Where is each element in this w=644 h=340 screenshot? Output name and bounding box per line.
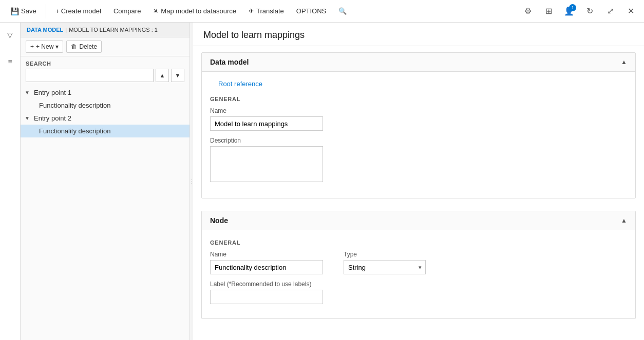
node-type-form-group: Type String Integer Real Boolean Date Da…	[344, 251, 426, 274]
tree-parent-ep2-label: Entry point 2	[34, 114, 71, 122]
side-icons: ▽ ≡	[0, 23, 21, 340]
compare-button[interactable]: Compare	[108, 4, 146, 18]
refresh-icon: ↻	[586, 6, 593, 16]
data-model-section-title: Data model	[210, 58, 249, 66]
node-section: Node ▲ GENERAL Name Label (*Recommended …	[201, 211, 636, 319]
delete-button[interactable]: 🗑 Delete	[66, 41, 102, 53]
node-section-body: GENERAL Name Label (*Recommended to use …	[202, 230, 635, 318]
node-label-form-group: Label (*Recommended to use labels)	[210, 281, 323, 304]
tree-parent-ep1-label: Entry point 1	[34, 89, 71, 96]
tree-toggle-ep1: ▼	[25, 90, 32, 95]
filter-icon: ▽	[7, 31, 13, 39]
node-section-header[interactable]: Node ▲	[202, 211, 635, 230]
breadcrumb-separator: |	[65, 27, 67, 33]
create-model-label: + Create model	[55, 7, 101, 15]
name-input[interactable]	[210, 116, 323, 131]
node-col-name: Name Label (*Recommended to use labels)	[210, 251, 323, 310]
main-container: ▽ ≡ DATA MODEL | MODEL TO LEARN MAPPINGS…	[0, 23, 644, 340]
menu-icon-btn[interactable]: ≡	[2, 53, 18, 70]
breadcrumb-current: MODEL TO LEARN MAPPINGS : 1	[69, 27, 158, 33]
plus-icon: +	[30, 43, 34, 50]
chevron-down-icon: ▾	[55, 43, 59, 50]
map-model-button[interactable]: ✈ Map model to datasource	[148, 4, 241, 18]
data-model-section-header[interactable]: Data model ▲	[202, 53, 635, 72]
toolbar-right: ⚙ ⊞ 👤 1 ↻ ⤢ ✕	[520, 3, 639, 19]
name-form-group: Name	[210, 107, 627, 131]
nav-up-button[interactable]: ▲	[156, 69, 169, 82]
panel-toolbar: + + New ▾ 🗑 Delete	[21, 37, 190, 56]
up-arrow-icon: ▲	[160, 72, 165, 78]
notification-badge: 1	[569, 4, 576, 11]
tree-child-ep2-fd-label: Functionality description	[39, 127, 110, 135]
node-col-type: Type String Integer Real Boolean Date Da…	[344, 251, 426, 310]
settings-button[interactable]: ⚙	[520, 3, 536, 19]
tree-group-ep1: ▼ Entry point 1 Functionality descriptio…	[21, 86, 190, 112]
close-icon: ✕	[628, 6, 634, 16]
description-form-label: Description	[210, 137, 627, 144]
translate-icon: ✈	[249, 7, 254, 15]
map-model-label: Map model to datasource	[161, 7, 236, 15]
delete-label: Delete	[79, 43, 97, 50]
external-icon: ⤢	[607, 6, 614, 16]
delete-icon: 🗑	[71, 43, 77, 50]
search-label: SEARCH	[26, 61, 184, 67]
nav-down-button[interactable]: ▼	[171, 69, 184, 82]
node-name-input[interactable]	[210, 260, 323, 274]
name-form-label: Name	[210, 107, 627, 114]
close-button[interactable]: ✕	[622, 3, 639, 19]
map-icon: ✈	[151, 6, 161, 15]
new-label: + New	[36, 43, 53, 50]
tree-parent-ep2[interactable]: ▼ Entry point 2	[21, 112, 190, 125]
office-icon: ⊞	[545, 6, 552, 16]
type-select[interactable]: String Integer Real Boolean Date DateTim…	[344, 260, 426, 274]
tree-parent-ep1[interactable]: ▼ Entry point 1	[21, 86, 190, 99]
node-form-row: Name Label (*Recommended to use labels) …	[210, 251, 627, 310]
external-button[interactable]: ⤢	[602, 3, 618, 19]
tree-child-ep1-fd[interactable]: Functionality description	[21, 99, 190, 112]
translate-label: Translate	[256, 7, 284, 15]
toolbar-divider-1	[46, 4, 46, 18]
node-type-form-label: Type	[344, 251, 426, 258]
office-button[interactable]: ⊞	[540, 3, 557, 19]
search-toolbar-button[interactable]: 🔍	[333, 4, 352, 18]
node-name-form-label: Name	[210, 251, 323, 258]
toolbar: 💾 Save + Create model Compare ✈ Map mode…	[0, 0, 644, 23]
root-reference-link[interactable]: Root reference	[210, 78, 627, 93]
tree-child-ep2-fd[interactable]: Functionality description	[21, 125, 190, 137]
data-model-section: Data model ▲ Root reference GENERAL Name…	[201, 52, 636, 198]
breadcrumb-link[interactable]: DATA MODEL	[27, 27, 63, 33]
notification-button[interactable]: 👤 1	[561, 3, 577, 19]
search-row: ▲ ▼	[26, 69, 184, 82]
translate-button[interactable]: ✈ Translate	[243, 4, 289, 18]
node-label-form-label: Label (*Recommended to use labels)	[210, 281, 323, 288]
data-model-collapse-icon: ▲	[621, 58, 627, 66]
filter-icon-btn[interactable]: ▽	[2, 27, 18, 43]
save-button[interactable]: 💾 Save	[5, 4, 42, 18]
left-panel: DATA MODEL | MODEL TO LEARN MAPPINGS : 1…	[21, 23, 190, 340]
data-model-general-label: GENERAL	[210, 96, 627, 102]
create-model-button[interactable]: + Create model	[50, 4, 106, 18]
breadcrumb: DATA MODEL | MODEL TO LEARN MAPPINGS : 1	[21, 23, 190, 37]
page-title: Model to learn mappings	[193, 23, 644, 46]
right-panel: Model to learn mappings Data model ▲ Roo…	[193, 23, 644, 340]
options-button[interactable]: OPTIONS	[291, 4, 332, 18]
options-label: OPTIONS	[296, 7, 327, 15]
description-form-group: Description	[210, 137, 627, 184]
search-input[interactable]	[26, 69, 154, 82]
menu-icon: ≡	[8, 57, 12, 66]
data-model-section-body: Root reference GENERAL Name Description	[202, 72, 635, 198]
node-name-form-group: Name	[210, 251, 323, 274]
tree-area: ▼ Entry point 1 Functionality descriptio…	[21, 84, 190, 340]
save-icon: 💾	[10, 7, 19, 15]
refresh-button[interactable]: ↻	[581, 3, 598, 19]
compare-label: Compare	[113, 7, 141, 15]
tree-child-ep1-fd-label: Functionality description	[39, 102, 110, 109]
node-label-input[interactable]	[210, 290, 323, 304]
new-button[interactable]: + + New ▾	[26, 41, 63, 53]
description-textarea[interactable]	[210, 146, 323, 182]
type-select-wrapper: String Integer Real Boolean Date DateTim…	[344, 260, 426, 274]
tree-toggle-ep2: ▼	[25, 115, 32, 121]
search-icon: 🔍	[338, 7, 347, 15]
search-section: SEARCH ▲ ▼	[21, 56, 190, 84]
node-general-label: GENERAL	[210, 239, 627, 246]
